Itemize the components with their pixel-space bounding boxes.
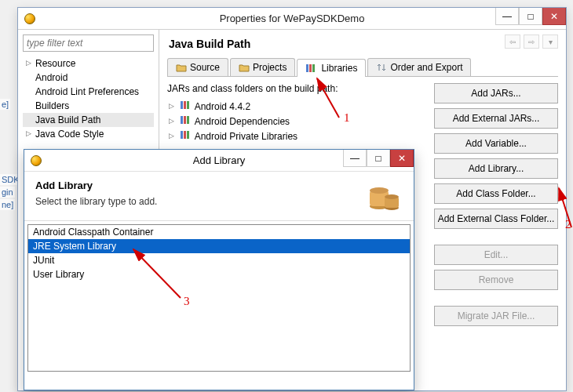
dialog-subheading: Select the library type to add. <box>35 196 157 207</box>
dialog-header: Add Library Select the library type to a… <box>24 172 414 221</box>
dialog-title: Add Library <box>193 154 245 166</box>
tab-libraries[interactable]: Libraries <box>297 59 366 77</box>
order-icon <box>376 63 387 72</box>
svg-rect-11 <box>187 131 189 139</box>
background-fragment: ne] <box>0 199 15 210</box>
list-item-junit[interactable]: JUnit <box>28 253 410 267</box>
svg-rect-6 <box>181 116 183 124</box>
library-jar-icon <box>365 180 403 212</box>
tab-label: Source <box>190 62 220 73</box>
svg-rect-8 <box>187 116 189 124</box>
tree-label: Resource <box>35 58 75 69</box>
background-fragment: e] <box>0 99 10 110</box>
svg-rect-3 <box>181 101 183 109</box>
add-external-jars-button[interactable]: Add External JARs... <box>434 108 558 129</box>
dialog-maximize-button[interactable]: □ <box>367 150 390 167</box>
tree-item-android[interactable]: Android <box>23 71 154 85</box>
maximize-button[interactable]: □ <box>519 8 542 25</box>
dialog-close-button[interactable]: ✕ <box>390 150 414 167</box>
source-folder-icon <box>176 64 187 72</box>
nav-back-button[interactable]: ⇦ <box>505 34 520 49</box>
tree-label: Builders <box>35 100 69 111</box>
category-tree[interactable]: ▷Resource Android Android Lint Preferenc… <box>23 56 154 141</box>
svg-point-17 <box>385 194 399 199</box>
add-external-class-folder-button[interactable]: Add External Class Folder... <box>434 209 558 229</box>
tree-label: Java Build Path <box>35 114 100 125</box>
button-column: Add JARs... Add External JARs... Add Var… <box>434 83 558 326</box>
projects-folder-icon <box>239 64 250 72</box>
libraries-icon <box>305 64 318 73</box>
tab-order-export[interactable]: Order and Export <box>367 58 471 76</box>
add-jars-button[interactable]: Add JARs... <box>434 83 558 103</box>
migrate-jar-button: Migrate JAR File... <box>434 306 558 326</box>
eclipse-icon <box>24 13 35 24</box>
nav-menu-button[interactable]: ▾ <box>542 34 558 49</box>
svg-rect-4 <box>184 101 186 109</box>
add-variable-button[interactable]: Add Variable... <box>434 133 558 154</box>
filter-input[interactable] <box>23 34 154 52</box>
tree-item-java-build-path[interactable]: Java Build Path <box>23 113 154 127</box>
add-library-dialog: Add Library — □ ✕ Add Library Select the… <box>24 149 414 390</box>
tab-projects[interactable]: Projects <box>230 58 295 76</box>
close-button[interactable]: ✕ <box>542 8 566 25</box>
dialog-heading: Add Library <box>35 180 157 191</box>
library-type-list[interactable]: Android Classpath Container JRE System L… <box>27 224 411 372</box>
svg-rect-7 <box>184 116 186 124</box>
svg-rect-10 <box>184 131 186 139</box>
list-item-jre-system[interactable]: JRE System Library <box>28 239 410 253</box>
main-titlebar[interactable]: Properties for WePaySDKDemo — □ ✕ <box>18 8 566 30</box>
jar-tree[interactable]: ▷ Android 4.4.2 ▷ Android Dependencies ▷… <box>167 99 428 143</box>
jar-list-label: JARs and class folders on the build path… <box>167 83 428 94</box>
list-item-user-library[interactable]: User Library <box>28 267 410 281</box>
list-item-android-classpath[interactable]: Android Classpath Container <box>28 225 410 239</box>
tree-item-lint[interactable]: Android Lint Preferences <box>23 85 154 99</box>
add-library-button[interactable]: Add Library... <box>434 158 558 179</box>
dialog-minimize-button[interactable]: — <box>343 150 367 167</box>
library-icon <box>180 115 192 125</box>
add-class-folder-button[interactable]: Add Class Folder... <box>434 183 558 204</box>
build-path-tabs: Source Projects Libraries Order and Expo… <box>167 58 558 77</box>
tree-label: Android Lint Preferences <box>35 86 139 97</box>
tab-label: Order and Export <box>390 62 462 73</box>
eclipse-icon <box>31 155 42 166</box>
jar-item-label: Android Private Libraries <box>195 131 297 142</box>
minimize-button[interactable]: — <box>495 8 519 25</box>
jar-item[interactable]: ▷ Android Dependencies <box>167 114 428 129</box>
tree-item-java-code-style[interactable]: ▷Java Code Style <box>23 127 154 141</box>
svg-rect-2 <box>312 64 315 72</box>
jar-item[interactable]: ▷ Android Private Libraries <box>167 129 428 143</box>
svg-rect-0 <box>306 64 308 72</box>
tab-label: Projects <box>253 62 286 73</box>
library-icon <box>180 130 192 140</box>
svg-rect-1 <box>309 64 312 72</box>
tree-label: Java Code Style <box>35 129 104 140</box>
jar-item[interactable]: ▷ Android 4.4.2 <box>167 99 428 114</box>
nav-forward-button[interactable]: ⇨ <box>524 34 539 49</box>
jar-item-label: Android 4.4.2 <box>195 101 250 112</box>
tree-label: Android <box>35 72 68 83</box>
background-fragment: gin <box>0 187 15 198</box>
svg-rect-9 <box>181 131 183 139</box>
svg-point-14 <box>370 187 389 194</box>
tree-item-resource[interactable]: ▷Resource <box>23 56 154 71</box>
library-icon <box>180 100 192 110</box>
svg-rect-5 <box>187 101 189 109</box>
remove-button: Remove <box>434 270 558 290</box>
dialog-titlebar[interactable]: Add Library — □ ✕ <box>24 150 414 172</box>
tree-item-builders[interactable]: Builders <box>23 99 154 113</box>
jar-item-label: Android Dependencies <box>195 116 290 127</box>
tab-source[interactable]: Source <box>167 58 228 76</box>
edit-button: Edit... <box>434 245 558 265</box>
section-title: Java Build Path <box>169 38 558 50</box>
tab-label: Libraries <box>321 63 357 74</box>
main-title: Properties for WePaySDKDemo <box>220 13 365 24</box>
